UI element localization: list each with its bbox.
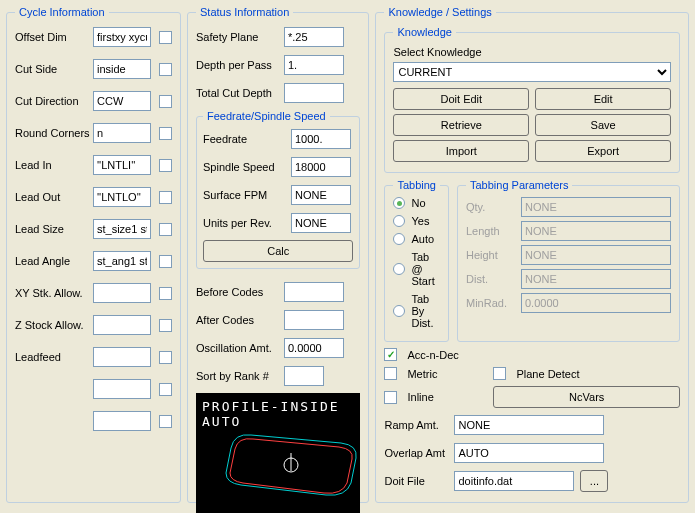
- import-button[interactable]: Import: [393, 140, 529, 162]
- save-button[interactable]: Save: [535, 114, 671, 136]
- after-codes-input[interactable]: [284, 310, 344, 330]
- select-knowledge-dropdown[interactable]: CURRENT: [393, 62, 671, 82]
- cycle-input-12[interactable]: [93, 411, 151, 431]
- inline-checkbox[interactable]: [384, 391, 397, 404]
- acc-n-dec-checkbox[interactable]: [384, 348, 397, 361]
- tabparam-input-2: [521, 245, 671, 265]
- tabbing-radio-auto[interactable]: Auto: [393, 233, 440, 245]
- tabbing-option-label: Yes: [411, 215, 429, 227]
- select-knowledge-label: Select Knowledge: [393, 46, 671, 58]
- tabparam-label-4: MinRad.: [466, 297, 521, 309]
- cycle-check-5[interactable]: [159, 191, 172, 204]
- cycle-input-1[interactable]: [93, 59, 151, 79]
- cycle-check-8[interactable]: [159, 287, 172, 300]
- depth-per-pass-input[interactable]: [284, 55, 344, 75]
- cycle-label-5: Lead Out: [15, 191, 93, 203]
- cycle-check-9[interactable]: [159, 319, 172, 332]
- cycle-label-10: Leadfeed: [15, 351, 93, 363]
- sort-rank-input[interactable]: [284, 366, 324, 386]
- feedrate-group-title: Feedrate/Spindle Speed: [203, 110, 330, 122]
- spindle-speed-input[interactable]: [291, 157, 351, 177]
- overlap-amt-input[interactable]: [454, 443, 604, 463]
- cycle-input-3[interactable]: [93, 123, 151, 143]
- cycle-input-6[interactable]: [93, 219, 151, 239]
- cycle-check-4[interactable]: [159, 159, 172, 172]
- doit-file-input[interactable]: [454, 471, 574, 491]
- cycle-check-7[interactable]: [159, 255, 172, 268]
- browse-button[interactable]: ...: [580, 470, 608, 492]
- cycle-input-9[interactable]: [93, 315, 151, 335]
- cycle-check-1[interactable]: [159, 63, 172, 76]
- cycle-label-4: Lead In: [15, 159, 93, 171]
- tabparam-label-1: Length: [466, 225, 521, 237]
- cycle-label-9: Z Stock Allow.: [15, 319, 93, 331]
- tabbing-title: Tabbing: [393, 179, 440, 191]
- tabbing-radio-no[interactable]: No: [393, 197, 440, 209]
- spindle-speed-label: Spindle Speed: [203, 161, 291, 173]
- cycle-input-8[interactable]: [93, 283, 151, 303]
- total-cut-depth-label: Total Cut Depth: [196, 87, 284, 99]
- before-codes-input[interactable]: [284, 282, 344, 302]
- retrieve-button[interactable]: Retrieve: [393, 114, 529, 136]
- cycle-input-2[interactable]: [93, 91, 151, 111]
- cycle-information-group: Cycle Information Offset DimCut SideCut …: [6, 6, 181, 503]
- doit-edit-button[interactable]: Doit Edit: [393, 88, 529, 110]
- cycle-input-11[interactable]: [93, 379, 151, 399]
- acc-n-dec-label: Acc-n-Dec: [407, 349, 458, 361]
- tabbing-option-label: Tab By Dist.: [411, 293, 440, 329]
- ramp-amt-input[interactable]: [454, 415, 604, 435]
- cycle-check-10[interactable]: [159, 351, 172, 364]
- feedrate-input[interactable]: [291, 129, 351, 149]
- tabbing-option-label: No: [411, 197, 425, 209]
- tabbing-option-label: Tab @ Start: [411, 251, 440, 287]
- cycle-input-7[interactable]: [93, 251, 151, 271]
- cycle-title: Cycle Information: [15, 6, 109, 18]
- cycle-check-11[interactable]: [159, 383, 172, 396]
- ncvars-button[interactable]: NcVars: [493, 386, 680, 408]
- units-per-rev-input[interactable]: [291, 213, 351, 233]
- knowledge-settings-group: Knowledge / Settings Knowledge Select Kn…: [375, 6, 689, 503]
- preview-pane: PROFILE-INSIDE AUTO: [196, 393, 360, 513]
- cycle-check-12[interactable]: [159, 415, 172, 428]
- metric-checkbox[interactable]: [384, 367, 397, 380]
- tabbing-params-title: Tabbing Parameters: [466, 179, 572, 191]
- cycle-input-0[interactable]: [93, 27, 151, 47]
- doit-file-label: Doit File: [384, 475, 454, 487]
- tabbing-radio-tabstart[interactable]: Tab @ Start: [393, 251, 440, 287]
- surface-fpm-input[interactable]: [291, 185, 351, 205]
- preview-graphic-icon: [206, 423, 366, 503]
- cycle-check-0[interactable]: [159, 31, 172, 44]
- tabbing-radio-yes[interactable]: Yes: [393, 215, 440, 227]
- after-codes-label: After Codes: [196, 314, 284, 326]
- tabparam-label-0: Qty.: [466, 201, 521, 213]
- cycle-input-10[interactable]: [93, 347, 151, 367]
- knowledge-sub-title: Knowledge: [393, 26, 455, 38]
- oscillation-input[interactable]: [284, 338, 344, 358]
- cycle-check-6[interactable]: [159, 223, 172, 236]
- surface-fpm-label: Surface FPM: [203, 189, 291, 201]
- ramp-amt-label: Ramp Amt.: [384, 419, 454, 431]
- tabbing-radio-tabbydist[interactable]: Tab By Dist.: [393, 293, 440, 329]
- oscillation-label: Oscillation Amt.: [196, 342, 284, 354]
- cycle-input-5[interactable]: [93, 187, 151, 207]
- safety-plane-input[interactable]: [284, 27, 344, 47]
- cycle-label-7: Lead Angle: [15, 255, 93, 267]
- radio-icon: [393, 215, 405, 227]
- knowledge-title: Knowledge / Settings: [384, 6, 495, 18]
- total-cut-depth-input[interactable]: [284, 83, 344, 103]
- cycle-label-3: Round Corners: [15, 127, 93, 139]
- feedrate-group: Feedrate/Spindle Speed Feedrate Spindle …: [196, 110, 360, 269]
- tabparam-input-3: [521, 269, 671, 289]
- export-button[interactable]: Export: [535, 140, 671, 162]
- status-information-group: Status Information Safety Plane Depth pe…: [187, 6, 369, 503]
- tabparam-label-2: Height: [466, 249, 521, 261]
- plane-detect-checkbox[interactable]: [493, 367, 506, 380]
- calc-button[interactable]: Calc: [203, 240, 353, 262]
- cycle-input-4[interactable]: [93, 155, 151, 175]
- cycle-label-2: Cut Direction: [15, 95, 93, 107]
- tabparam-input-4: [521, 293, 671, 313]
- cycle-check-2[interactable]: [159, 95, 172, 108]
- edit-button[interactable]: Edit: [535, 88, 671, 110]
- tabparam-input-1: [521, 221, 671, 241]
- cycle-check-3[interactable]: [159, 127, 172, 140]
